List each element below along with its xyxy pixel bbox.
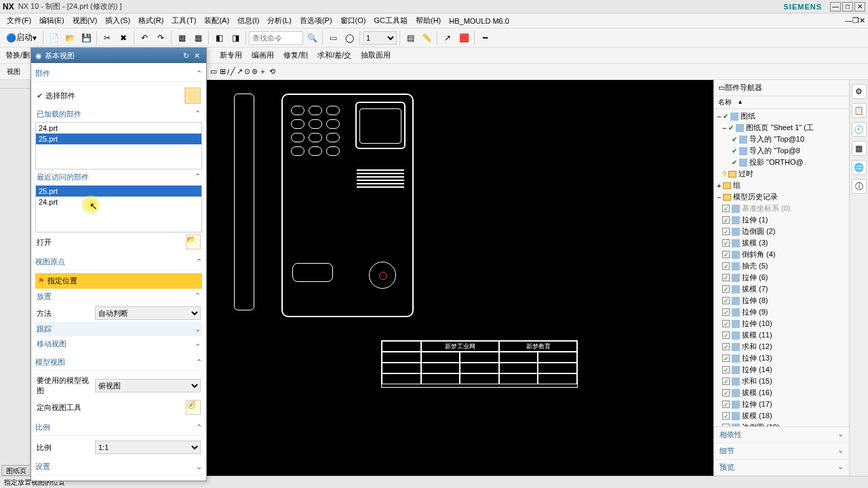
snap-end-icon[interactable]: ⊙ <box>244 67 250 76</box>
measure-button[interactable]: 📏 <box>419 30 434 45</box>
dialog-reset-button[interactable]: ↻ <box>180 52 191 60</box>
tool-button-3[interactable]: ◧ <box>212 30 226 45</box>
open-button[interactable]: 📂 <box>62 30 77 45</box>
menu-analysis[interactable]: 分析(L) <box>263 14 295 27</box>
method-label: 方法 <box>37 308 91 319</box>
line-style-button[interactable]: ━ <box>477 30 492 45</box>
delete-button[interactable]: ✖ <box>116 30 131 45</box>
tool2-item-5[interactable]: 抽取面用 <box>358 49 393 62</box>
menu-insert[interactable]: 插入(S) <box>101 14 134 27</box>
search-button[interactable]: 🔍 <box>304 30 319 45</box>
accordion-deps[interactable]: 相依性⌄ <box>714 427 849 443</box>
maximize-button[interactable]: □ <box>842 2 853 12</box>
accordion-details[interactable]: 细节⌄ <box>714 443 849 460</box>
doc-minimize[interactable]: — <box>845 16 852 25</box>
rtab-layers-icon[interactable]: ▦ <box>852 141 867 156</box>
recent-item-0[interactable]: 25.prt <box>36 186 201 197</box>
loaded-item-1[interactable]: 25.prt <box>36 134 201 144</box>
menu-gctools[interactable]: GC工具箱 <box>370 14 412 27</box>
menu-format[interactable]: 格式(R) <box>134 14 167 27</box>
track-label[interactable]: 跟踪 <box>37 324 191 334</box>
left-tab-1[interactable] <box>0 80 30 89</box>
snap-mid-icon[interactable]: ↗ <box>237 67 243 76</box>
move-view-label[interactable]: 移动视图⌄ <box>35 336 202 352</box>
rtab-settings-icon[interactable]: ⚙ <box>852 84 867 99</box>
open-folder-button[interactable]: 📂 <box>186 235 201 249</box>
loaded-parts-label[interactable]: 已加载的部件⌃ <box>35 106 202 122</box>
tool-button-1[interactable]: ▦ <box>174 30 189 45</box>
menu-file[interactable]: 文件(F) <box>3 14 35 27</box>
section-part-header[interactable]: 部件⌃ <box>34 66 203 82</box>
snap-plus-icon[interactable]: ＋ <box>259 66 267 77</box>
specify-location-row[interactable]: ⚑ 指定位置 <box>35 273 202 289</box>
doc-restore[interactable]: ❐ <box>852 16 859 25</box>
section-origin-header[interactable]: 视图原点⌃ <box>34 254 203 270</box>
section-model-header[interactable]: 模型视图⌃ <box>34 354 203 371</box>
save-button[interactable]: 💾 <box>79 30 94 45</box>
menu-assembly[interactable]: 装配(A) <box>200 14 233 27</box>
rtab-web-icon[interactable]: 🌐 <box>852 160 867 175</box>
main-toolbar: 🔵 启动 ▾ 📄 📂 💾 ✂ ✖ ↶ ↷ ▦ ▦ ◧ ◨ 🔍 ▭ ◯ 1 ▤ 📏… <box>0 28 868 47</box>
start-menu-button[interactable]: 🔵 启动 ▾ <box>3 30 40 45</box>
menu-prefs[interactable]: 首选项(P) <box>296 14 336 27</box>
dialog-close-button[interactable]: ✕ <box>191 52 202 60</box>
loaded-item-0[interactable]: 24.prt <box>36 123 201 134</box>
layer-button[interactable]: ▤ <box>403 30 418 45</box>
accordion-preview[interactable]: 预览⌄ <box>714 460 849 476</box>
select-part-icon[interactable] <box>184 87 201 104</box>
rtab-info-icon[interactable]: ⓘ <box>852 179 867 194</box>
tool2-item-4[interactable]: 求和/差/交 <box>315 49 354 62</box>
recent-item-1[interactable]: 24.prt <box>36 197 201 207</box>
menu-edit[interactable]: 编辑(E) <box>35 14 68 27</box>
tool-button-4[interactable]: ◨ <box>228 30 243 45</box>
command-search-input[interactable] <box>249 31 303 45</box>
orient-tool-button[interactable]: 🧭 <box>186 400 201 415</box>
value-select-1[interactable]: 1 <box>363 31 397 45</box>
tool-button-2[interactable]: ▦ <box>191 30 205 45</box>
section-scale-header[interactable]: 比例⌃ <box>34 420 203 436</box>
close-button[interactable]: ✕ <box>854 2 865 12</box>
redo-button[interactable]: ↷ <box>153 30 168 45</box>
menu-tools[interactable]: 工具(T) <box>167 14 200 27</box>
minimize-button[interactable]: — <box>830 2 841 12</box>
cut-button[interactable]: ✂ <box>100 30 115 45</box>
tool2-item-1[interactable]: 新专用 <box>217 49 245 62</box>
check-icon: ✔ <box>37 92 43 100</box>
snap-edge-icon[interactable]: ╱ <box>231 67 235 76</box>
tool2-item-3[interactable]: 修复/割 <box>281 49 311 62</box>
tool2-item-0[interactable]: 替换/删 <box>3 49 33 62</box>
menu-help[interactable]: 帮助(H) <box>412 14 445 27</box>
loaded-parts-list[interactable]: 24.prt 25.prt <box>35 122 202 169</box>
tool-button-5[interactable]: ▭ <box>326 30 340 45</box>
menu-info[interactable]: 信息(I) <box>233 14 263 27</box>
undo-button[interactable]: ↶ <box>137 30 152 45</box>
dialog-titlebar[interactable]: ◉ 基本视图 ↻ ✕ <box>31 48 206 63</box>
snap-center-icon[interactable]: ⊚ <box>252 67 258 76</box>
new-button[interactable]: 📄 <box>46 30 61 45</box>
snap-line-icon[interactable]: / <box>227 68 229 76</box>
menu-hbmould[interactable]: HB_MOULD M6.0 <box>445 16 513 26</box>
menu-window[interactable]: 窗口(O) <box>336 14 370 27</box>
snap-clear-icon[interactable]: ⟲ <box>269 67 275 76</box>
menu-view[interactable]: 视图(V) <box>68 14 102 27</box>
tool-button-6[interactable]: ◯ <box>342 30 357 45</box>
recent-parts-list[interactable]: 25.prt 24.prt <box>35 185 202 232</box>
navigator-tree[interactable]: −✔图纸 −✔图纸页 "Sheet 1" (工 ✔导入的 "Top@10 ✔导入… <box>714 109 849 426</box>
sheet-tab[interactable]: 图纸页 <box>1 465 31 476</box>
method-select[interactable]: 自动判断 <box>95 306 201 320</box>
color-button[interactable]: 🟥 <box>456 30 471 45</box>
tool2-item-2[interactable]: 编画用 <box>249 49 277 62</box>
select-part-row[interactable]: ✔ 选择部件 <box>35 85 202 106</box>
rtab-history-icon[interactable]: 🕘 <box>852 122 867 137</box>
recent-parts-label[interactable]: 最近访问的部件⌃ <box>35 169 202 185</box>
doc-close[interactable]: ✕ <box>859 16 865 25</box>
snap-grid-icon[interactable]: ⊞ <box>220 67 226 76</box>
place-label[interactable]: 放置⌃ <box>35 289 202 304</box>
vector-button[interactable]: ↗ <box>440 30 455 45</box>
scale-select[interactable]: 1:1 <box>95 441 201 454</box>
rtab-nav-icon[interactable]: 📋 <box>852 103 867 118</box>
select-rect-button[interactable]: ▭ <box>210 67 217 76</box>
use-model-select[interactable]: 俯视图 <box>95 379 201 392</box>
section-settings-header[interactable]: 设置⌄ <box>34 459 203 475</box>
front-view <box>281 94 414 317</box>
